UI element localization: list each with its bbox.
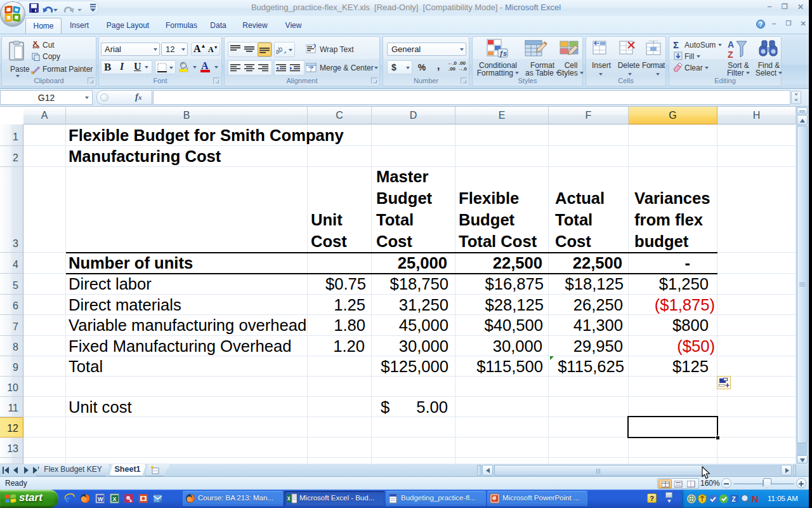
svg-text:ab: ab — [276, 44, 284, 55]
svg-text:Z: Z — [732, 496, 736, 503]
svg-text:A: A — [728, 39, 734, 50]
svg-text:ƒs: ƒs — [499, 50, 507, 57]
svg-text:W: W — [98, 496, 103, 502]
svg-text:Z: Z — [728, 50, 733, 60]
svg-text:X: X — [113, 496, 117, 502]
svg-text:N: N — [752, 494, 759, 504]
